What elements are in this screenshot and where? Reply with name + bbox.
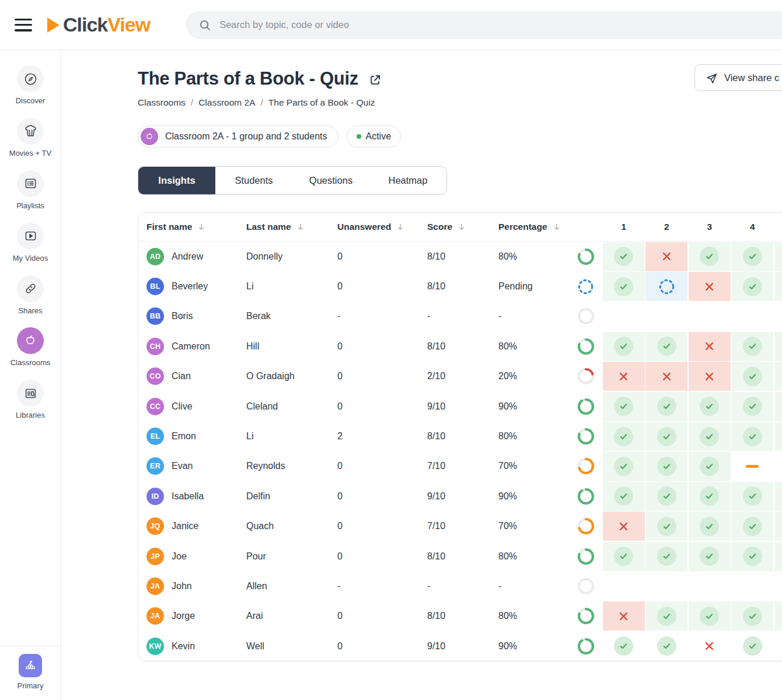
column-header-last-name[interactable]: Last name xyxy=(246,222,337,232)
answer-correct xyxy=(603,632,645,661)
sidebar: Discover Movies + TV Playlists My Videos… xyxy=(0,50,61,700)
question-3-cell xyxy=(688,391,731,421)
table-row: ER Evan Reynolds07/1070% xyxy=(138,452,782,481)
avatar: JA xyxy=(146,578,164,595)
correct-check-icon xyxy=(657,636,676,656)
active-dot-icon xyxy=(357,134,361,139)
tab-bar: InsightsStudentsQuestionsHeatmap xyxy=(138,166,447,195)
progress-ring xyxy=(569,601,602,631)
table-header-row: First nameLast nameUnansweredScorePercen… xyxy=(138,213,782,242)
correct-check-icon xyxy=(700,247,719,266)
question-3-cell xyxy=(688,331,731,361)
sidebar-item-libraries[interactable]: Libraries xyxy=(0,380,61,421)
correct-check-icon xyxy=(657,487,676,506)
sidebar-item-playlists[interactable]: Playlists xyxy=(0,170,61,211)
column-header-percentage[interactable]: Percentage xyxy=(498,222,569,232)
question-2-cell xyxy=(645,242,689,271)
breadcrumb-item-classrooms[interactable]: Classrooms xyxy=(138,97,186,108)
score-value: 9/10 xyxy=(427,401,498,412)
question-5-cell xyxy=(774,541,782,571)
percentage-value: 70% xyxy=(498,521,569,531)
progress-ring xyxy=(569,331,602,361)
answer-correct xyxy=(731,632,773,661)
sidebar-item-movies-tv[interactable]: Movies + TV xyxy=(0,118,61,159)
column-header-score[interactable]: Score xyxy=(427,222,498,232)
sidebar-item-shares[interactable]: Shares xyxy=(0,275,61,316)
correct-check-icon xyxy=(657,547,676,566)
student-name-cell: JA John xyxy=(146,578,246,595)
pending-circle-icon xyxy=(658,278,675,295)
answer-correct xyxy=(774,362,782,391)
tab-questions[interactable]: Questions xyxy=(292,167,369,194)
student-last-name: Arai xyxy=(246,611,337,621)
percentage-value: 70% xyxy=(498,461,569,471)
answer-empty xyxy=(603,302,645,331)
question-1-cell xyxy=(602,571,645,601)
correct-check-icon xyxy=(700,487,719,506)
column-header-question-4: 4 xyxy=(731,222,774,232)
external-link-icon[interactable] xyxy=(368,73,382,87)
column-header-question-3: 3 xyxy=(688,222,731,232)
column-header-first-name[interactable]: First name xyxy=(146,222,246,232)
avatar: JA xyxy=(146,607,164,625)
search-bar[interactable] xyxy=(186,12,782,38)
question-5-cell xyxy=(774,481,782,511)
incorrect-x-icon xyxy=(703,281,715,293)
correct-check-icon xyxy=(657,457,676,476)
classroom-badge-label: Classroom 2A - 1 group and 2 students xyxy=(165,131,327,142)
answer-correct xyxy=(603,272,645,301)
student-last-name: Hill xyxy=(246,341,337,352)
search-input[interactable] xyxy=(218,19,782,31)
avatar: AD xyxy=(146,248,164,265)
question-2-cell xyxy=(645,512,689,541)
question-3-cell xyxy=(688,601,731,631)
answer-correct xyxy=(731,272,773,301)
hamburger-menu-button[interactable] xyxy=(15,19,32,32)
percentage-value: 90% xyxy=(498,641,569,652)
answer-incorrect xyxy=(689,362,731,391)
answer-empty xyxy=(603,572,645,601)
sidebar-item-discover[interactable]: Discover xyxy=(0,65,61,106)
sidebar-item-primary[interactable]: Primary xyxy=(0,646,61,700)
column-header-unanswered[interactable]: Unanswered xyxy=(337,222,427,232)
correct-check-icon xyxy=(657,397,676,416)
answer-correct xyxy=(689,452,731,481)
playlist-icon xyxy=(17,170,44,197)
percentage-value: - xyxy=(498,581,569,592)
correct-check-icon xyxy=(743,517,762,536)
sidebar-item-classrooms[interactable]: Classrooms xyxy=(0,327,61,368)
breadcrumb-item-classroom-2a[interactable]: Classroom 2A xyxy=(198,97,255,108)
student-last-name: Quach xyxy=(246,521,337,531)
incorrect-x-icon xyxy=(617,610,630,622)
percentage-value: 90% xyxy=(498,491,569,502)
classroom-badge[interactable]: Classroom 2A - 1 group and 2 students xyxy=(138,125,338,148)
clickview-logo[interactable]: ClickView xyxy=(47,13,150,36)
sort-icon xyxy=(396,222,405,232)
column-header-question-2: 2 xyxy=(645,222,689,232)
student-last-name: Well xyxy=(246,641,337,652)
incorrect-x-icon xyxy=(703,340,715,352)
question-1-cell xyxy=(602,391,645,421)
tab-heatmap[interactable]: Heatmap xyxy=(369,167,446,194)
question-2-cell xyxy=(645,452,689,481)
answer-correct xyxy=(689,242,731,271)
breadcrumb-separator: / xyxy=(186,97,198,108)
avatar: BB xyxy=(146,307,164,325)
answer-empty xyxy=(731,302,773,331)
sidebar-item-my-videos[interactable]: My Videos xyxy=(0,223,61,264)
unanswered-value: 0 xyxy=(337,491,427,502)
student-first-name: John xyxy=(172,581,192,592)
question-4-cell xyxy=(731,362,774,391)
table-row: JA John Allen--- xyxy=(138,571,782,601)
apple-icon xyxy=(141,128,158,145)
tab-students[interactable]: Students xyxy=(215,167,292,194)
tab-insights[interactable]: Insights xyxy=(138,167,215,194)
question-4-cell xyxy=(731,331,774,361)
question-5-cell xyxy=(774,601,782,631)
question-5-cell xyxy=(774,452,782,481)
status-badge: Active xyxy=(347,125,402,148)
student-first-name: Kevin xyxy=(172,641,195,652)
question-1-cell xyxy=(602,331,645,361)
correct-check-icon xyxy=(743,337,762,356)
answer-correct xyxy=(774,272,782,301)
